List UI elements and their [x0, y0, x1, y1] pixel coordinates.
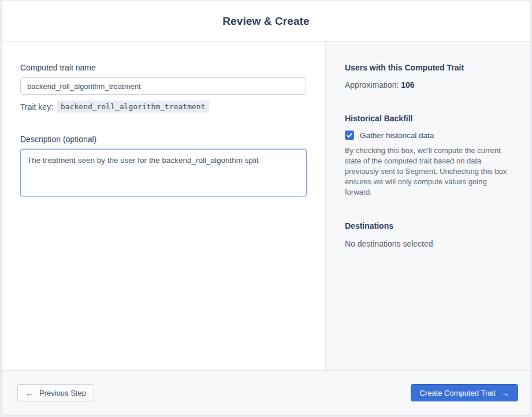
destinations-heading: Destinations	[345, 221, 509, 230]
description-textarea[interactable]: The treatment seen by the user for the b…	[20, 149, 307, 196]
wizard-footer: ← Previous Step Create Computed Trait →	[2, 370, 530, 415]
forward-arrow-icon: →	[501, 389, 509, 397]
users-heading: Users with this Computed Trait	[345, 63, 509, 72]
trait-name-label: Computed trait name	[20, 63, 308, 72]
trait-name-input[interactable]	[20, 77, 306, 95]
trait-form: Computed trait name Trait key: backend_r…	[2, 42, 325, 370]
trait-key-badge: backend_roll_algorithm_treatment	[57, 100, 209, 113]
page-title: Review & Create	[222, 15, 309, 28]
trait-key-row: Trait key: backend_roll_algorithm_treatm…	[20, 100, 308, 113]
approximation-line: Approximation: 106	[345, 80, 509, 90]
backfill-heading: Historical Backfill	[345, 114, 509, 123]
gather-historical-data-label: Gather historical data	[360, 131, 434, 140]
description-label: Description (optional)	[20, 135, 308, 144]
approximation-label: Approximation:	[345, 80, 401, 90]
summary-sidebar: Users with this Computed Trait Approxima…	[325, 42, 530, 370]
checked-checkbox-icon[interactable]	[345, 131, 354, 140]
create-trait-label: Create Computed Trait	[419, 389, 496, 397]
backfill-description: By checking this box, we'll compute the …	[345, 146, 509, 198]
gather-historical-data-checkbox-row[interactable]: Gather historical data	[345, 131, 509, 140]
body-row: Computed trait name Trait key: backend_r…	[2, 42, 530, 370]
destinations-empty-text: No destinations selected	[345, 239, 509, 248]
review-create-card: Review & Create Computed trait name Trai…	[2, 1, 530, 415]
previous-step-button[interactable]: ← Previous Step	[17, 384, 94, 401]
approximation-value: 106	[401, 80, 414, 90]
trait-key-label: Trait key:	[20, 102, 53, 111]
create-computed-trait-button[interactable]: Create Computed Trait →	[411, 384, 518, 401]
wizard-header: Review & Create	[2, 1, 530, 42]
previous-step-label: Previous Step	[39, 389, 86, 397]
back-arrow-icon: ←	[25, 389, 34, 397]
